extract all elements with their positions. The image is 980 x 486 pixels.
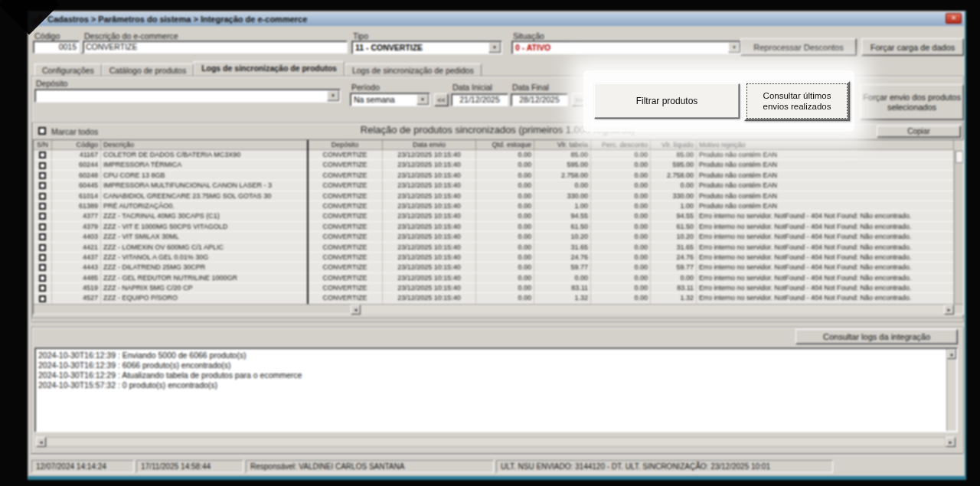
close-button[interactable]: ✕ bbox=[946, 13, 962, 24]
row-checkbox[interactable] bbox=[39, 295, 46, 302]
cell-sn bbox=[34, 171, 52, 181]
cell-deposito: CONVERTIZE bbox=[308, 171, 383, 181]
cell-perc_desconto: 0.00 bbox=[591, 181, 651, 191]
cell-data_envio: 23/12/2025 10:15:40 bbox=[383, 191, 476, 201]
row-checkbox[interactable] bbox=[39, 172, 46, 179]
cell-descricao: ZZZ - VITANOL A GEL 0.01% 30G bbox=[101, 253, 308, 263]
log-scroll-left-icon[interactable]: ◄ bbox=[36, 437, 46, 447]
tab-catalogo-produtos[interactable]: Catálogo de produtos bbox=[102, 64, 194, 77]
row-checkbox[interactable] bbox=[39, 193, 46, 200]
cell-deposito: CONVERTIZE bbox=[308, 253, 383, 263]
tipo-select[interactable]: 11 - CONVERTIZE ▼ bbox=[351, 41, 502, 54]
log-textarea[interactable]: 2024-10-30T16:12:39 : Enviando 5000 de 6… bbox=[34, 347, 958, 432]
reprocessar-descontos-button[interactable]: Reprocessar Descontos bbox=[740, 38, 857, 56]
scroll-up-icon[interactable]: ▲ bbox=[947, 349, 956, 359]
row-checkbox[interactable] bbox=[39, 203, 46, 210]
row-checkbox[interactable] bbox=[39, 254, 46, 261]
cell-vlr_liquido: 1.32 bbox=[651, 293, 697, 303]
scrollbar-thumb[interactable] bbox=[956, 151, 963, 163]
tab-configuracoes[interactable]: Configurações bbox=[34, 64, 102, 77]
row-checkbox[interactable] bbox=[39, 162, 46, 169]
column-header: Código bbox=[52, 140, 101, 150]
cell-vlr_tabela: 10.20 bbox=[534, 232, 591, 242]
cell-motivo: Produto não contém EAN bbox=[697, 160, 954, 170]
forcar-carga-button[interactable]: Forçar carga de dados bbox=[861, 38, 964, 56]
consultar-ultimos-envios-button[interactable]: Consultar últimos envios realizados bbox=[744, 81, 850, 121]
periodo-select[interactable]: Na semana ▼ bbox=[350, 93, 430, 106]
row-checkbox[interactable] bbox=[39, 244, 46, 251]
cell-vlr_tabela: 0.00 bbox=[534, 273, 591, 283]
scroll-left-icon[interactable]: ◄ bbox=[351, 305, 361, 315]
cell-deposito: CONVERTIZE bbox=[308, 150, 383, 160]
cell-codigo: 4421 bbox=[52, 243, 101, 253]
cell-descricao: ZZZ - EQUIPO P/SORO bbox=[101, 293, 308, 303]
table-row: 4485ZZZ - GEL REDUTOR NUTRILINE 1000GRCO… bbox=[34, 273, 954, 283]
row-checkbox[interactable] bbox=[39, 264, 46, 271]
column-header: Qtd. estoque bbox=[476, 140, 534, 150]
grid-vertical-scrollbar[interactable] bbox=[954, 150, 963, 304]
cell-sn bbox=[34, 263, 52, 272]
codigo-input[interactable]: 0015 bbox=[33, 41, 80, 54]
tab-logs-sincronizacao-pedidos[interactable]: Logs de sincronização de pedidos bbox=[345, 64, 482, 77]
cell-qtd_estoque: 0.00 bbox=[476, 171, 534, 181]
chevron-down-icon[interactable]: ▼ bbox=[488, 42, 501, 53]
cell-sn bbox=[34, 201, 52, 211]
cell-data_envio: 23/12/2025 10:15:40 bbox=[383, 201, 476, 211]
chevron-down-icon[interactable]: ▼ bbox=[327, 90, 339, 101]
cell-vlr_tabela: 61.50 bbox=[534, 222, 591, 232]
row-checkbox[interactable] bbox=[39, 152, 46, 158]
filtrar-produtos-button[interactable]: Filtrar produtos bbox=[594, 83, 740, 119]
cell-codigo: 4443 bbox=[52, 263, 101, 272]
statusbar-divider bbox=[30, 454, 962, 455]
scrollbar-track[interactable] bbox=[361, 305, 944, 315]
cell-motivo: Erro interno no servidor. NotFound - 404… bbox=[697, 283, 954, 293]
cell-vlr_tabela: 1.32 bbox=[534, 293, 591, 303]
cell-qtd_estoque: 0.00 bbox=[476, 243, 534, 253]
row-checkbox[interactable] bbox=[39, 285, 46, 292]
consultar-logs-button[interactable]: Consultar logs da integração bbox=[795, 329, 958, 344]
copiar-button[interactable]: Copiar bbox=[877, 126, 961, 138]
descricao-input[interactable]: CONVERTIZE bbox=[83, 41, 348, 54]
window-title: Cadastros > Parâmetros do sistema > Inte… bbox=[47, 15, 307, 24]
cell-motivo: Erro interno no servidor. NotFound - 404… bbox=[697, 211, 954, 221]
log-scrollbar-track[interactable] bbox=[46, 437, 946, 447]
forcar-envio-produtos-button[interactable]: Forçar envio dos produtos selecionados bbox=[860, 84, 964, 120]
title-bar[interactable]: Cadastros > Parâmetros do sistema > Inte… bbox=[29, 12, 964, 26]
data-inicial-input[interactable]: 21/12/2025 bbox=[451, 93, 508, 106]
cell-data_envio: 23/12/2025 10:15:40 bbox=[383, 171, 476, 181]
chevron-down-icon[interactable]: ▼ bbox=[416, 94, 429, 105]
codigo-label: Código bbox=[34, 31, 60, 41]
cell-data_envio: 23/12/2025 10:15:40 bbox=[383, 293, 476, 303]
cell-qtd_estoque: 0.00 bbox=[476, 263, 534, 272]
row-checkbox[interactable] bbox=[39, 233, 46, 240]
column-header: Vlr. tabela bbox=[534, 140, 591, 150]
situacao-select[interactable]: 0 - ATIVO ▼ bbox=[511, 41, 742, 54]
cell-data_envio: 23/12/2025 10:15:40 bbox=[383, 243, 476, 253]
scroll-right-icon[interactable]: ► bbox=[944, 305, 954, 315]
table-row: 61014CANABIDIOL GREENCARE 23.75MG SOL GO… bbox=[34, 191, 954, 201]
cell-codigo: 4485 bbox=[52, 273, 101, 283]
cell-deposito: CONVERTIZE bbox=[308, 160, 383, 170]
cell-sn bbox=[34, 191, 52, 201]
log-vertical-scrollbar[interactable]: ▲ bbox=[946, 349, 956, 431]
log-line: 2024-10-30T16:12:29 : Atualizando tabela… bbox=[38, 370, 945, 380]
log-scroll-right-icon[interactable]: ► bbox=[946, 437, 956, 447]
tipo-label: Tipo bbox=[353, 31, 368, 41]
cell-motivo: Erro interno no servidor. NotFound - 404… bbox=[697, 293, 954, 303]
data-final-input[interactable]: 28/12/2025 bbox=[511, 93, 568, 106]
tab-logs-sincronizacao-produtos[interactable]: Logs de sincronização de produtos bbox=[194, 61, 345, 77]
cell-codigo: 4527 bbox=[52, 293, 101, 303]
log-line: 2024-10-30T15:57:32 : 0 produto(s) encon… bbox=[38, 380, 945, 390]
row-checkbox[interactable] bbox=[39, 182, 46, 189]
cell-perc_desconto: 0.00 bbox=[591, 273, 651, 283]
chevron-down-icon[interactable]: ▼ bbox=[728, 42, 740, 53]
deposito-select[interactable]: ▼ bbox=[34, 89, 341, 103]
cell-sn bbox=[34, 232, 52, 242]
row-checkbox[interactable] bbox=[39, 275, 46, 282]
previous-period-button[interactable]: << bbox=[434, 93, 449, 106]
row-checkbox[interactable] bbox=[39, 213, 46, 220]
row-checkbox[interactable] bbox=[39, 223, 46, 230]
cell-deposito: CONVERTIZE bbox=[308, 181, 383, 191]
grid-horizontal-scrollbar[interactable]: ◄ ► bbox=[34, 304, 963, 314]
cell-motivo: Erro interno no servidor. NotFound - 404… bbox=[697, 253, 954, 263]
